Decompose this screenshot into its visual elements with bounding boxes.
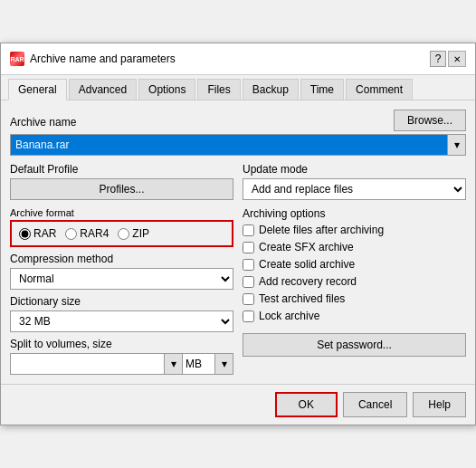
update-mode-label: Update mode [243, 163, 466, 176]
tab-files[interactable]: Files [197, 79, 240, 100]
split-unit-dropdown[interactable]: ▾ [215, 353, 233, 375]
archive-format-label: Archive format [10, 207, 233, 218]
window-title: Archive name and parameters [30, 53, 424, 65]
app-icon: RAR [10, 52, 24, 66]
radio-rar[interactable]: RAR [19, 227, 56, 240]
title-bar: RAR Archive name and parameters ? ✕ [1, 43, 475, 75]
archive-name-label: Archive name [10, 116, 76, 129]
close-button[interactable]: ✕ [448, 51, 466, 67]
tab-content: Archive name Browse... ▾ Default Profile… [1, 100, 475, 384]
set-password-button[interactable]: Set password... [243, 333, 466, 357]
help-button[interactable]: ? [430, 51, 446, 67]
main-window: RAR Archive name and parameters ? ✕ Gene… [0, 43, 476, 425]
ok-button[interactable]: OK [275, 392, 338, 417]
tab-bar: General Advanced Options Files Backup Ti… [1, 75, 475, 100]
update-mode-select[interactable]: Add and replace files Update and add fil… [243, 178, 466, 200]
radio-zip[interactable]: ZIP [118, 227, 149, 240]
checkbox-sfx[interactable]: Create SFX archive [243, 241, 466, 253]
help-dialog-button[interactable]: Help [413, 392, 466, 417]
radio-rar4[interactable]: RAR4 [65, 227, 109, 240]
checkbox-lock[interactable]: Lock archive [243, 310, 466, 322]
archive-name-dropdown[interactable]: ▾ [448, 134, 466, 156]
tab-general[interactable]: General [8, 79, 67, 100]
archiving-options-label: Archiving options [243, 207, 466, 220]
tab-time[interactable]: Time [300, 79, 344, 100]
split-dropdown[interactable]: ▾ [165, 353, 183, 375]
compression-label: Compression method [10, 253, 233, 265]
browse-button[interactable]: Browse... [394, 110, 466, 131]
checkbox-solid[interactable]: Create solid archive [243, 258, 466, 271]
tab-backup[interactable]: Backup [243, 79, 299, 100]
archive-name-input[interactable] [10, 134, 448, 156]
bottom-bar: OK Cancel Help [1, 384, 475, 425]
cancel-button[interactable]: Cancel [343, 392, 407, 417]
split-input[interactable] [10, 353, 165, 375]
profiles-button[interactable]: Profiles... [10, 178, 233, 200]
tab-advanced[interactable]: Advanced [69, 79, 137, 100]
tab-comment[interactable]: Comment [346, 79, 413, 100]
split-unit-display: MB [183, 353, 215, 375]
title-buttons: ? ✕ [430, 51, 466, 67]
checkbox-delete-files[interactable]: Delete files after archiving [243, 224, 466, 236]
dictionary-label: Dictionary size [10, 295, 233, 308]
dictionary-select[interactable]: 128 KB256 KB512 KB 1 MB2 MB4 MB 8 MB16 M… [10, 310, 233, 332]
checkbox-test[interactable]: Test archived files [243, 292, 466, 305]
split-label: Split to volumes, size [10, 338, 233, 350]
archive-format-group: RAR RAR4 ZIP [10, 220, 233, 247]
default-profile-label: Default Profile [10, 163, 233, 176]
compression-select[interactable]: Store Fastest Fast Normal Good Best [10, 268, 233, 290]
checkbox-recovery[interactable]: Add recovery record [243, 275, 466, 288]
tab-options[interactable]: Options [138, 79, 195, 100]
